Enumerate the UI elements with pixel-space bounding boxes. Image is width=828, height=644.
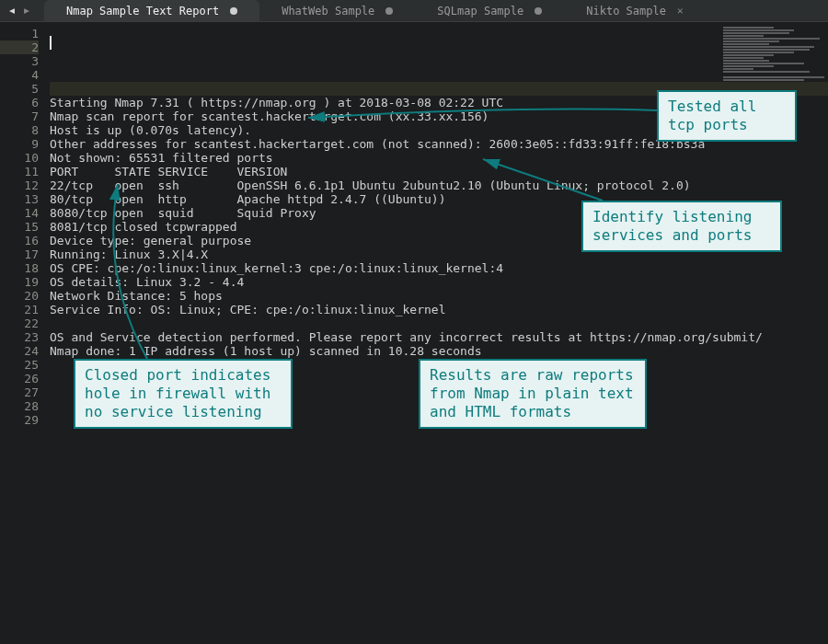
- line-number: 11: [0, 165, 39, 178]
- line-number: 20: [0, 289, 39, 303]
- code-line: OS and Service detection performed. Plea…: [50, 330, 828, 344]
- line-number: 28: [0, 399, 39, 413]
- line-number: 17: [0, 247, 39, 261]
- modified-dot-icon: [230, 7, 237, 15]
- line-number-gutter: 1234567891011121314151617181920212223242…: [0, 22, 50, 644]
- line-number: 6: [0, 96, 39, 109]
- callout-identify: Identify listeningservices and ports: [581, 201, 782, 252]
- close-icon[interactable]: ✕: [677, 5, 684, 17]
- tab-bar: ◂ ▸ Nmap Sample Text ReportWhatWeb Sampl…: [0, 0, 828, 22]
- line-number: 5: [0, 82, 39, 96]
- modified-dot-icon: [385, 7, 393, 15]
- code-line: [50, 454, 828, 468]
- text-cursor: [50, 36, 52, 50]
- tab-label: SQLmap Sample: [437, 5, 523, 17]
- tab-nav-right-icon[interactable]: ▸: [20, 4, 33, 17]
- line-number: 7: [0, 109, 39, 123]
- callout-tested-all: Tested alltcp ports: [657, 90, 797, 142]
- line-number: 1: [0, 27, 39, 40]
- line-number: 21: [0, 303, 39, 316]
- code-line: OS details: Linux 3.2 - 4.4: [50, 275, 828, 289]
- code-line: Service Info: OS: Linux; CPE: cpe:/o:lin…: [50, 303, 828, 316]
- line-number: 14: [0, 206, 39, 220]
- tab-label: WhatWeb Sample: [282, 5, 374, 17]
- line-number: 8: [0, 123, 39, 137]
- line-number: 26: [0, 372, 39, 385]
- line-number: 10: [0, 151, 39, 165]
- code-line: 22/tcp open ssh OpenSSH 6.6.1p1 Ubuntu 2…: [50, 178, 828, 192]
- line-number: 29: [0, 413, 39, 427]
- line-number: 25: [0, 358, 39, 372]
- line-number: 15: [0, 220, 39, 234]
- tab-label: Nikto Sample: [586, 5, 666, 17]
- line-number: 3: [0, 54, 39, 68]
- code-line: OS CPE: cpe:/o:linux:linux_kernel:3 cpe:…: [50, 261, 828, 275]
- line-number: 24: [0, 344, 39, 358]
- callout-closed-port: Closed port indicateshole in firewall wi…: [74, 359, 293, 429]
- line-number: 2: [0, 40, 39, 54]
- code-line: [50, 68, 828, 82]
- line-number: 12: [0, 178, 39, 192]
- line-number: 9: [0, 137, 39, 151]
- code-line: [50, 316, 828, 330]
- code-line: [50, 441, 828, 454]
- line-number: 27: [0, 385, 39, 399]
- line-number: 16: [0, 234, 39, 247]
- line-number: 22: [0, 316, 39, 330]
- code-line: Nmap done: 1 IP address (1 host up) scan…: [50, 344, 828, 358]
- tab-nav-arrows[interactable]: ◂ ▸: [0, 4, 39, 17]
- line-number: 18: [0, 261, 39, 275]
- code-line: PORT STATE SERVICE VERSION: [50, 165, 828, 178]
- code-line: Network Distance: 5 hops: [50, 289, 828, 303]
- modified-dot-icon: [535, 7, 542, 15]
- line-number: 23: [0, 330, 39, 344]
- line-number: 13: [0, 192, 39, 206]
- code-line: [50, 427, 828, 441]
- tab-3[interactable]: Nikto Sample✕: [564, 0, 705, 21]
- tab-0[interactable]: Nmap Sample Text Report: [44, 0, 259, 21]
- line-number: 19: [0, 275, 39, 289]
- callout-raw-results: Results are raw reportsfrom Nmap in plai…: [419, 359, 647, 429]
- tab-label: Nmap Sample Text Report: [66, 5, 219, 17]
- tab-1[interactable]: WhatWeb Sample: [259, 0, 415, 21]
- code-line: Not shown: 65531 filtered ports: [50, 151, 828, 165]
- tab-nav-left-icon[interactable]: ◂: [6, 4, 18, 17]
- tabs-container: Nmap Sample Text ReportWhatWeb SampleSQL…: [44, 0, 706, 21]
- tab-2[interactable]: SQLmap Sample: [415, 0, 564, 21]
- line-number: 4: [0, 68, 39, 82]
